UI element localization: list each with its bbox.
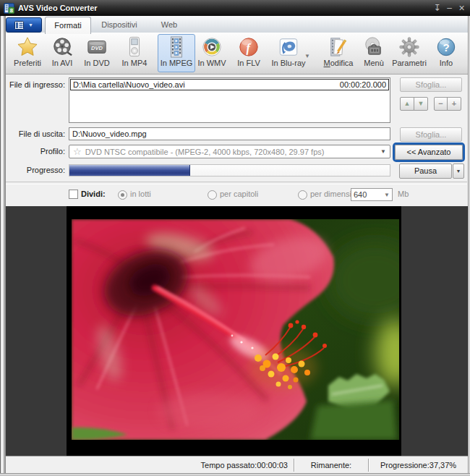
toolbar-button-modifica[interactable]: Modifica [322, 35, 355, 67]
menu-icon [14, 21, 25, 30]
input-file-label: File di ingresso: [0, 80, 65, 89]
input-file-row[interactable]: D:\Mia cartella\Nuovo_video.avi 00:00:20… [70, 79, 389, 90]
input-file-duration: 00:00:20.000 [340, 80, 386, 90]
radio-per-dimensione[interactable] [298, 190, 307, 200]
toolbar-button-in-bluray[interactable]: In Blu-ray [269, 35, 308, 67]
advanced-button[interactable]: << Avanzato [395, 145, 463, 160]
film-reel-icon [51, 36, 73, 58]
window-border-left [0, 16, 6, 476]
titlebar[interactable]: 8 AVS Video Converter ↧ – × [0, 0, 470, 16]
input-file-path: D:\Mia cartella\Nuovo_video.avi [73, 80, 185, 90]
app-window: 8 AVS Video Converter ↧ – × ▼ Formati Di… [0, 0, 470, 476]
profile-value: DVD NTSC compatibile - (MPEG-2, 4000 kbp… [85, 148, 325, 156]
window-title: AVS Video Converter [18, 4, 98, 12]
toolbar: Preferiti In AVI DVD In DVD [0, 33, 470, 75]
toolbar-button-parametri[interactable]: Parametri [390, 35, 429, 67]
media-wheel-icon [201, 36, 223, 58]
profile-combobox[interactable]: ☆ DVD NTSC compatibile - (MPEG-2, 4000 k… [69, 145, 390, 158]
toolbar-button-in-dvd[interactable]: DVD In DVD [80, 35, 114, 67]
remove-file-button[interactable]: − [434, 97, 448, 111]
move-down-button[interactable]: ▼ [414, 97, 428, 111]
ipod-icon [124, 36, 145, 58]
toolbar-button-in-mp4[interactable]: In MP4 [118, 35, 151, 67]
profile-label: Profilo: [0, 147, 65, 156]
dvd-disc-icon: DVD [86, 36, 108, 58]
status-bar: Tempo passato:00:00:03 Rimanente: 00:00:… [6, 456, 468, 474]
output-file-label: File di uscita: [0, 129, 65, 138]
tab-formati[interactable]: Formati [45, 17, 91, 34]
main-menu-button[interactable]: ▼ [6, 17, 42, 33]
edit-pencil-icon [328, 36, 349, 58]
size-combobox[interactable]: 640 ▼ [351, 188, 393, 201]
tab-bar: ▼ Formati Dispositivi Web [0, 16, 470, 33]
toolbar-button-menu[interactable]: Menù [358, 35, 390, 67]
pause-button[interactable]: Pausa [399, 163, 452, 179]
toolbar-button-info[interactable]: ? Info [430, 35, 462, 67]
tab-dispositivi[interactable]: Dispositivi [94, 17, 145, 33]
star-outline-icon: ☆ [73, 146, 82, 157]
browse-input-button[interactable]: Sfoglia... [400, 77, 462, 92]
split-label: Dividi: [81, 190, 106, 198]
chevron-down-icon: ▼ [384, 192, 390, 198]
video-preview [72, 219, 399, 440]
close-icon[interactable]: × [457, 3, 466, 13]
chevron-down-icon: ▼ [380, 148, 386, 155]
preview-left-panel [6, 206, 67, 456]
browse-output-button[interactable]: Sfoglia... [400, 127, 462, 142]
toolbar-button-in-wmv[interactable]: In WMV [195, 35, 228, 67]
minimize-icon[interactable]: – [445, 3, 454, 13]
disc-menu-icon [363, 36, 385, 58]
toolbar-overflow-arrow-icon[interactable]: ▼ [304, 53, 310, 59]
question-icon: ? [435, 36, 457, 58]
gear-icon [398, 36, 420, 58]
size-value: 640 [354, 190, 367, 199]
radio-per-capitoli-label: per capitoli [220, 190, 258, 198]
input-file-list[interactable]: D:\Mia cartella\Nuovo_video.avi 00:00:20… [69, 77, 390, 123]
filmstrip-icon [166, 36, 187, 58]
move-up-button[interactable]: ▲ [400, 97, 414, 111]
toolbar-button-in-avi[interactable]: In AVI [46, 35, 79, 67]
toolbar-button-preferiti[interactable]: Preferiti [11, 35, 44, 67]
preview-right-panel [401, 206, 468, 456]
tab-web[interactable]: Web [152, 17, 187, 33]
pause-dropdown-button[interactable]: ▼ [453, 163, 464, 179]
add-file-button[interactable]: + [447, 97, 461, 111]
radio-in-lotti[interactable] [118, 190, 127, 200]
radio-in-lotti-label: in lotti [130, 190, 151, 198]
app-icon: 8 [4, 3, 14, 14]
output-file-field[interactable]: D:\Nuovo_video.mpg [69, 127, 390, 140]
toolbar-button-in-mpeg[interactable]: In MPEG [158, 34, 195, 72]
minimize-to-tray-icon[interactable]: ↧ [432, 3, 442, 13]
chevron-down-icon: ▼ [28, 22, 33, 27]
toolbar-button-in-flv[interactable]: f In FLV [232, 35, 265, 67]
flash-icon: f [238, 36, 260, 58]
progress-fill [69, 165, 190, 176]
progress-label: Progresso: [0, 166, 65, 174]
progress-bar [69, 164, 390, 177]
svg-text:?: ? [443, 41, 449, 54]
split-checkbox[interactable] [69, 190, 78, 199]
svg-text:8: 8 [10, 7, 13, 13]
status-progress: Progressione:37,37% [368, 459, 468, 472]
svg-text:DVD: DVD [91, 45, 103, 51]
status-elapsed: Tempo passato:00:00:03 [6, 461, 294, 469]
status-remaining: Rimanente: 00:00:05 [294, 459, 368, 472]
star-icon [17, 36, 38, 58]
separator [6, 182, 467, 184]
radio-per-capitoli[interactable] [208, 190, 217, 200]
bluray-disc-icon [278, 36, 299, 58]
size-unit-label: Mb [398, 190, 409, 198]
window-border-bottom [0, 473, 470, 476]
